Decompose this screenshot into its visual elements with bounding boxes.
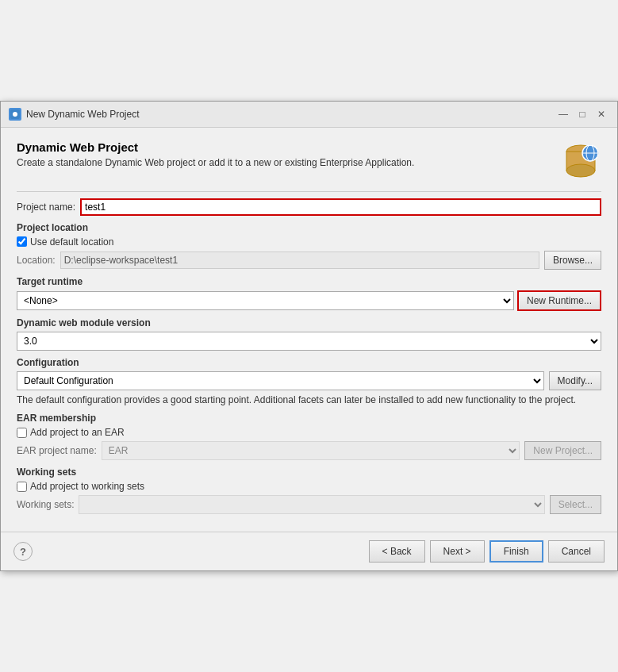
- footer-buttons: < Back Next > Finish Cancel: [369, 540, 605, 563]
- working-sets-title: Working sets: [17, 467, 601, 478]
- title-bar-left: New Dynamic Web Project: [9, 108, 140, 121]
- add-to-ear-row: Add project to an EAR: [17, 427, 601, 438]
- add-to-ear-checkbox[interactable]: [17, 428, 27, 438]
- svg-point-4: [566, 164, 595, 177]
- configuration-title: Configuration: [17, 357, 601, 368]
- ear-membership-title: EAR membership: [17, 413, 601, 424]
- header-text: Dynamic Web Project Create a standalone …: [17, 140, 414, 168]
- new-project-button[interactable]: New Project...: [524, 441, 601, 460]
- project-name-row: Project name:: [17, 198, 601, 216]
- use-default-location-row: Use default location: [17, 236, 601, 248]
- working-sets-select[interactable]: [79, 495, 544, 514]
- dialog-footer: ? < Back Next > Finish Cancel: [1, 532, 617, 570]
- ear-project-name-label: EAR project name:: [17, 445, 97, 456]
- runtime-row: <None> New Runtime...: [17, 290, 601, 311]
- configuration-select[interactable]: Default Configuration: [17, 371, 544, 390]
- back-button[interactable]: < Back: [369, 540, 425, 563]
- working-sets-label: Working sets:: [17, 499, 74, 510]
- title-bar-controls: — □ ✕: [555, 106, 609, 122]
- ear-membership-group: EAR membership Add project to an EAR EAR…: [17, 413, 601, 460]
- add-to-working-sets-row: Add project to working sets: [17, 481, 601, 492]
- location-row: Location: Browse...: [17, 251, 601, 270]
- working-sets-input-row: Working sets: Select...: [17, 495, 601, 514]
- help-button[interactable]: ?: [13, 542, 33, 561]
- header-section: Dynamic Web Project Create a standalone …: [17, 140, 601, 182]
- cancel-button[interactable]: Cancel: [548, 540, 605, 563]
- svg-point-1: [13, 112, 17, 117]
- use-default-location-label: Use default location: [30, 236, 113, 248]
- title-bar: New Dynamic Web Project — □ ✕: [1, 102, 617, 128]
- location-label: Location:: [17, 255, 56, 266]
- configuration-group: Configuration Default Configuration Modi…: [17, 357, 601, 407]
- add-to-working-sets-checkbox[interactable]: [17, 482, 27, 492]
- dialog-description: Create a standalone Dynamic Web project …: [17, 157, 414, 168]
- new-runtime-button[interactable]: New Runtime...: [517, 290, 601, 311]
- target-runtime-title: Target runtime: [17, 276, 601, 287]
- dynamic-web-module-title: Dynamic web module version: [17, 317, 601, 328]
- dialog-content: Dynamic Web Project Create a standalone …: [1, 128, 617, 532]
- browse-button[interactable]: Browse...: [544, 251, 601, 270]
- close-button[interactable]: ✕: [593, 106, 609, 122]
- select-button[interactable]: Select...: [550, 495, 601, 514]
- ear-project-select[interactable]: EAR: [102, 441, 520, 460]
- module-version-select[interactable]: 3.0: [17, 332, 601, 351]
- finish-button[interactable]: Finish: [489, 540, 543, 563]
- target-runtime-select[interactable]: <None>: [17, 291, 514, 310]
- dynamic-web-module-group: Dynamic web module version 3.0: [17, 317, 601, 351]
- maximize-button[interactable]: □: [574, 106, 590, 122]
- add-to-working-sets-label: Add project to working sets: [30, 481, 144, 492]
- use-default-location-checkbox[interactable]: [17, 236, 27, 247]
- header-icon: [560, 140, 601, 182]
- configuration-description: The default configuration provides a goo…: [17, 394, 601, 407]
- working-sets-group: Working sets Add project to working sets…: [17, 467, 601, 514]
- project-location-title: Project location: [17, 222, 601, 233]
- separator-1: [17, 191, 601, 192]
- window-title: New Dynamic Web Project: [26, 109, 140, 120]
- location-input[interactable]: [60, 252, 539, 269]
- web-project-icon: [560, 140, 601, 182]
- configuration-row: Default Configuration Modify...: [17, 371, 601, 390]
- target-runtime-group: Target runtime <None> New Runtime...: [17, 276, 601, 311]
- project-name-label: Project name:: [17, 202, 75, 213]
- dialog-window: New Dynamic Web Project — □ ✕ Dynamic We…: [0, 101, 618, 572]
- next-button[interactable]: Next >: [430, 540, 485, 563]
- module-version-row: 3.0: [17, 332, 601, 351]
- window-icon: [9, 108, 21, 121]
- project-name-input[interactable]: [80, 198, 601, 216]
- project-location-group: Project location Use default location Lo…: [17, 222, 601, 270]
- ear-project-name-row: EAR project name: EAR New Project...: [17, 441, 601, 460]
- modify-button[interactable]: Modify...: [549, 371, 601, 390]
- add-to-ear-label: Add project to an EAR: [30, 427, 125, 438]
- dialog-title: Dynamic Web Project: [17, 140, 414, 154]
- minimize-button[interactable]: —: [555, 106, 571, 122]
